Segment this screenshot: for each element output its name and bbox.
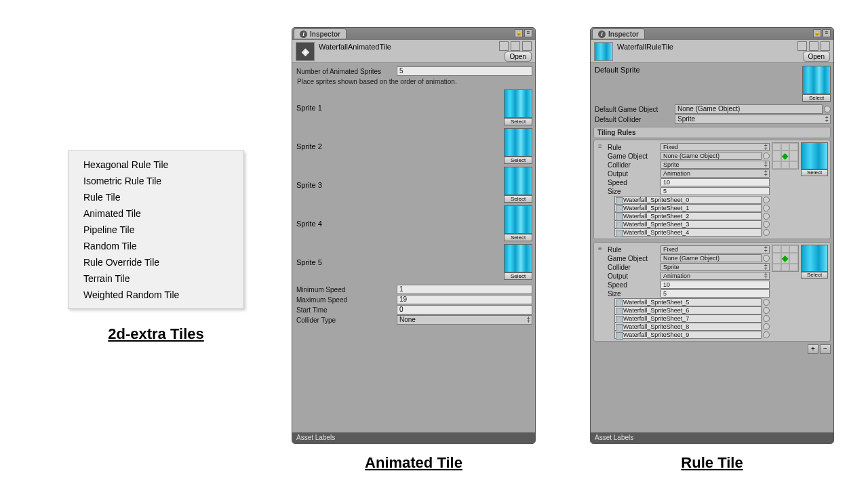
- inspector-rule-tile: i Inspector 🔒 ≡ WaterfallRuleTile Open D…: [590, 27, 834, 444]
- inspector-animated-tile: i Inspector 🔒 ≡ ◈ WaterfallAnimatedTile …: [292, 27, 536, 444]
- collider-select[interactable]: Sprite: [660, 161, 770, 169]
- object-picker-icon[interactable]: [763, 229, 770, 236]
- rule-select[interactable]: Fixed: [660, 143, 770, 151]
- game-object-field[interactable]: None (Game Object): [660, 152, 762, 160]
- label: Output: [606, 170, 660, 178]
- help-note: Place sprites shown based on the order o…: [295, 77, 532, 87]
- output-select[interactable]: Animation: [660, 169, 770, 178]
- default-sprite-thumb[interactable]: [802, 66, 831, 94]
- tab-inspector[interactable]: i Inspector: [592, 28, 645, 39]
- label: Rule: [606, 144, 660, 151]
- menu-icon[interactable]: ≡: [823, 29, 831, 37]
- object-picker-icon[interactable]: [763, 213, 770, 220]
- tab-label: Inspector: [310, 30, 340, 38]
- sprite-ref-field[interactable]: Waterfall_SpriteSheet_9: [614, 331, 762, 339]
- asset-labels-bar[interactable]: Asset Labels: [591, 432, 833, 443]
- rule-neighbor-grid[interactable]: ◆: [772, 142, 799, 169]
- select-button[interactable]: Select: [504, 157, 532, 164]
- add-rule-button[interactable]: +: [808, 344, 818, 354]
- asset-header: WaterfallRuleTile Open: [591, 40, 833, 63]
- object-picker-icon[interactable]: [763, 255, 770, 262]
- menu-item[interactable]: Rule Override Tile: [68, 254, 243, 270]
- drag-handle-icon[interactable]: ≡: [596, 245, 604, 339]
- speed-field[interactable]: 10: [660, 281, 770, 289]
- menu-item[interactable]: Terrain Tile: [68, 270, 243, 287]
- select-button[interactable]: Select: [801, 272, 828, 279]
- object-picker-icon[interactable]: [763, 152, 770, 159]
- sprite-ref-field[interactable]: Waterfall_SpriteSheet_7: [614, 314, 762, 323]
- size-field[interactable]: 5: [660, 187, 770, 195]
- select-button[interactable]: Select: [802, 94, 831, 102]
- sprite-ref-field[interactable]: Waterfall_SpriteSheet_0: [614, 196, 762, 204]
- rule-sprite-thumb[interactable]: [801, 245, 828, 272]
- select-button[interactable]: Select: [504, 234, 532, 241]
- rule-select[interactable]: Fixed: [660, 245, 770, 253]
- sprite-thumb[interactable]: [504, 128, 532, 157]
- sprite-ref-field[interactable]: Waterfall_SpriteSheet_2: [614, 212, 762, 220]
- menu-item[interactable]: Random Tile: [68, 238, 243, 254]
- rule-neighbor-grid[interactable]: ◆: [772, 245, 799, 272]
- sprite-thumb[interactable]: [504, 89, 532, 118]
- lock-icon[interactable]: 🔒: [515, 29, 523, 37]
- sprite-thumb[interactable]: [504, 167, 532, 195]
- tab-inspector[interactable]: i Inspector: [294, 28, 347, 39]
- sprite-thumb[interactable]: [504, 244, 532, 272]
- menu-item[interactable]: Rule Tile: [68, 189, 243, 205]
- sprite-row: Sprite 5Select: [295, 244, 532, 280]
- object-picker-icon[interactable]: [763, 299, 770, 306]
- help-icon[interactable]: [511, 41, 520, 51]
- remove-rule-button[interactable]: −: [820, 344, 831, 354]
- max-speed-field[interactable]: 19: [397, 295, 532, 304]
- default-collider-select[interactable]: Sprite: [675, 115, 831, 124]
- size-field[interactable]: 5: [660, 289, 770, 298]
- output-select[interactable]: Animation: [660, 272, 770, 280]
- start-time-field[interactable]: 0: [397, 305, 532, 314]
- object-picker-icon[interactable]: [763, 315, 770, 322]
- speed-field[interactable]: 10: [660, 178, 770, 186]
- gear-icon[interactable]: [821, 41, 830, 51]
- menu-item[interactable]: Hexagonal Rule Tile: [68, 157, 243, 173]
- menu-icon[interactable]: ≡: [524, 29, 532, 37]
- prefab-override-icon[interactable]: [499, 41, 509, 51]
- menu-item[interactable]: Isometric Rule Tile: [68, 173, 243, 189]
- select-button[interactable]: Select: [504, 272, 532, 280]
- sprite-ref-field[interactable]: Waterfall_SpriteSheet_8: [614, 323, 762, 331]
- object-picker-icon[interactable]: [763, 323, 770, 330]
- menu-item[interactable]: Weighted Random Tile: [68, 287, 243, 303]
- sprite-ref-field[interactable]: Waterfall_SpriteSheet_5: [614, 298, 762, 306]
- sprite-ref-field[interactable]: Waterfall_SpriteSheet_4: [614, 228, 762, 237]
- open-button[interactable]: Open: [803, 52, 830, 62]
- object-picker-icon[interactable]: [763, 331, 770, 338]
- default-game-object-field[interactable]: None (Game Object): [675, 104, 823, 114]
- num-sprites-field[interactable]: 5: [397, 66, 532, 76]
- sprite-ref-field[interactable]: Waterfall_SpriteSheet_6: [614, 306, 762, 314]
- menu-item[interactable]: Animated Tile: [68, 205, 243, 222]
- object-picker-icon[interactable]: [763, 307, 770, 314]
- open-button[interactable]: Open: [505, 52, 532, 62]
- drag-handle-icon[interactable]: ≡: [596, 142, 604, 237]
- select-button[interactable]: Select: [801, 169, 828, 176]
- gear-icon[interactable]: [522, 41, 532, 51]
- sprite-ref-field[interactable]: Waterfall_SpriteSheet_3: [614, 220, 762, 228]
- select-button[interactable]: Select: [504, 118, 532, 125]
- sprite-ref-field[interactable]: Waterfall_SpriteSheet_1: [614, 204, 762, 212]
- object-picker-icon[interactable]: [824, 106, 831, 113]
- game-object-field[interactable]: None (Game Object): [660, 254, 762, 262]
- menu-item[interactable]: Pipeline Tile: [68, 222, 243, 238]
- select-button[interactable]: Select: [504, 195, 532, 203]
- collider-type-select[interactable]: None: [397, 315, 532, 325]
- label: Speed: [606, 281, 660, 289]
- object-picker-icon[interactable]: [763, 221, 770, 228]
- sprite-thumb[interactable]: [504, 205, 532, 234]
- rule-sprite-thumb[interactable]: [801, 142, 828, 169]
- object-picker-icon[interactable]: [763, 197, 770, 203]
- help-icon[interactable]: [809, 41, 818, 51]
- lock-icon[interactable]: 🔒: [813, 29, 821, 37]
- label: Default Collider: [593, 116, 675, 123]
- prefab-override-icon[interactable]: [797, 41, 807, 51]
- collider-select[interactable]: Sprite: [660, 263, 770, 271]
- min-speed-field[interactable]: 1: [397, 285, 532, 294]
- asset-labels-bar[interactable]: Asset Labels: [292, 432, 535, 443]
- object-picker-icon[interactable]: [763, 205, 770, 211]
- asset-name: WaterfallAnimatedTile: [319, 42, 391, 51]
